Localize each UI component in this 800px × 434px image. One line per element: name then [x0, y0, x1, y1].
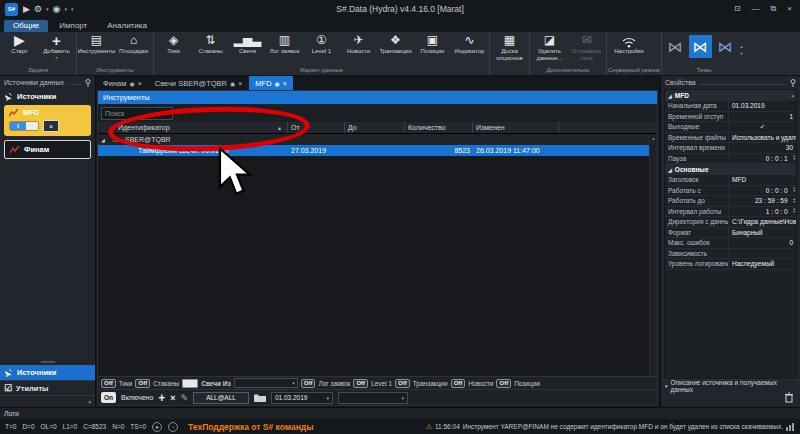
- remove-instrument-button[interactable]: ×: [170, 393, 175, 403]
- property-row[interactable]: Начальная дата 01.03.2019: [665, 101, 796, 112]
- sidebar-nav-sources[interactable]: Источники: [0, 365, 95, 380]
- info-icon[interactable]: ◔: [168, 422, 178, 432]
- property-row[interactable]: Директория с данными C:\Гидра данные\Нов…: [665, 217, 796, 228]
- property-row[interactable]: Выходные ✓: [665, 122, 796, 133]
- theme-scroll[interactable]: ▲ ▼: [738, 33, 746, 66]
- description-toggle[interactable]: ▾ Описание источника и получаемых данных: [661, 379, 800, 391]
- ribbon-tab-import[interactable]: Импорт: [50, 20, 96, 32]
- property-row[interactable]: Макс. ошибок 0: [665, 238, 796, 249]
- table-row-parent[interactable]: ◢ ⚠ SBER@TQBR: [98, 134, 657, 145]
- gear-icon[interactable]: ⚙: [34, 4, 42, 14]
- level1-button[interactable]: ① Level 1: [303, 33, 340, 66]
- close-button[interactable]: ×: [787, 4, 792, 14]
- send-logs-button[interactable]: ✉ Отправить логи: [568, 33, 605, 66]
- column-header-to[interactable]: До: [345, 122, 405, 133]
- tab-mfd[interactable]: MFD ◉ ×: [249, 76, 293, 90]
- property-row[interactable]: Формат Бинарный: [665, 228, 796, 239]
- app-caret-icon[interactable]: ▾: [64, 6, 67, 12]
- folder-icon[interactable]: [254, 393, 266, 402]
- instruments-button[interactable]: ▤ Инструменты: [78, 33, 115, 66]
- toolbar-caret-icon[interactable]: ▾: [71, 6, 74, 12]
- ticks-button[interactable]: ◈ Тики: [155, 33, 192, 66]
- add-instrument-button[interactable]: +: [158, 391, 165, 405]
- grid-scrollbar[interactable]: ▴: [649, 134, 657, 376]
- checkbox-checked-icon[interactable]: ✓: [729, 122, 796, 132]
- property-row[interactable]: Интервал времени 30: [665, 143, 796, 154]
- transactions-button[interactable]: ❖ Транзакции: [377, 33, 414, 66]
- theme-light-button[interactable]: ⋈: [714, 35, 737, 58]
- chat-icon[interactable]: ➤: [152, 422, 162, 432]
- news-button[interactable]: ✈ Новости: [340, 33, 377, 66]
- scroll-up-icon[interactable]: ▴: [791, 92, 794, 98]
- source-card-finam[interactable]: Финам: [4, 140, 91, 159]
- property-group-mfd[interactable]: ◢ MFD: [665, 90, 796, 101]
- mfd-toggle[interactable]: ‖: [9, 121, 39, 131]
- property-row[interactable]: Работать с 0 : 0 : 0 ▲▼: [665, 186, 796, 197]
- column-header-from[interactable]: От: [288, 122, 345, 133]
- spinner-control[interactable]: ▲▼: [793, 196, 796, 206]
- close-icon[interactable]: ×: [238, 80, 242, 87]
- empty-combo[interactable]: ▾: [338, 392, 408, 404]
- pin-window-button[interactable]: ⊡: [734, 4, 741, 14]
- tab-candles-sber[interactable]: Свечи SBER@TQBR ◉ ×: [149, 76, 249, 90]
- pin-icon[interactable]: [790, 79, 796, 87]
- play-icon[interactable]: ▶: [23, 4, 30, 14]
- property-row[interactable]: Работать до 23 : 59 : 59 ▲▼: [665, 196, 796, 207]
- transactions-filter-state[interactable]: Off: [395, 379, 410, 388]
- level1-filter-state[interactable]: Off: [353, 379, 368, 388]
- stats-icon[interactable]: [786, 422, 795, 431]
- theme-dark-button[interactable]: ⋈: [664, 35, 687, 58]
- close-icon[interactable]: ×: [283, 80, 287, 87]
- indicator-button[interactable]: ∿ Индикатор: [451, 33, 488, 66]
- options-board-button[interactable]: ▦ Доска опционов: [491, 33, 528, 66]
- pin-icon[interactable]: ◉: [275, 80, 280, 87]
- on-toggle[interactable]: On: [101, 392, 116, 403]
- table-row-selected[interactable]: Таймфрейм свечи: 00:01:00 27.03.2019 852…: [98, 145, 657, 156]
- gear-caret-icon[interactable]: ▾: [46, 6, 49, 12]
- orderlog-filter-state[interactable]: Off: [301, 379, 316, 388]
- depths-button[interactable]: ⇅ Стаканы: [192, 33, 229, 66]
- maximize-button[interactable]: ⧉: [771, 4, 777, 14]
- sidebar-nav-utilities[interactable]: ☑ Утилиты: [0, 380, 95, 395]
- close-icon[interactable]: ×: [138, 80, 142, 87]
- property-row[interactable]: Уровень логирования Наследуемый: [665, 259, 796, 270]
- tab-finam[interactable]: Финам ◉ ×: [97, 76, 148, 90]
- source-card-mfd[interactable]: MFD ‖ ×: [4, 105, 91, 136]
- start-button[interactable]: ▶ Старт: [1, 33, 38, 66]
- delete-data-button[interactable]: ◪ Удалить данные...: [531, 33, 568, 66]
- property-row[interactable]: Интервал работы 1 : 0 : 0 ▲▼: [665, 207, 796, 218]
- spinner-control[interactable]: ▲▼: [793, 154, 796, 164]
- sidebar-overflow-dropdown[interactable]: ▾: [0, 395, 95, 407]
- pin-icon[interactable]: ◉: [129, 80, 134, 87]
- candles-button[interactable]: ▂▅▃ Свечи: [229, 33, 266, 66]
- logs-panel-tab[interactable]: Логи: [0, 407, 800, 419]
- candles-source-combo[interactable]: ▾: [234, 378, 298, 388]
- positions-button[interactable]: ▣ Позиции: [414, 33, 451, 66]
- add-button[interactable]: + Добавить ▾: [38, 33, 75, 66]
- spinner-control[interactable]: ▲▼: [793, 207, 796, 217]
- property-row[interactable]: Временной отступ 1: [665, 112, 796, 123]
- sidebar-splitter[interactable]: [0, 358, 95, 365]
- search-input[interactable]: [101, 107, 173, 120]
- expander-icon[interactable]: ◢: [98, 137, 108, 143]
- depths-filter-state[interactable]: Off: [135, 379, 150, 388]
- column-header-count[interactable]: Количество: [405, 122, 473, 133]
- edit-icon[interactable]: ✎: [181, 393, 189, 403]
- property-row[interactable]: Пауза 0 : 0 : 1 ▲▼: [665, 154, 796, 165]
- support-link[interactable]: ТехПоддержка от S# команды: [188, 422, 313, 432]
- server-settings-button[interactable]: Настройки: [608, 33, 650, 66]
- order-log-button[interactable]: ▥ Лог заявок: [266, 33, 303, 66]
- app-menu-icon[interactable]: ◉: [53, 4, 61, 14]
- property-row[interactable]: Зависимость: [665, 249, 796, 260]
- all-at-all-button[interactable]: ALL@ALL: [193, 392, 249, 404]
- candles-filter-state[interactable]: [182, 379, 198, 388]
- trash-icon[interactable]: [784, 392, 794, 403]
- pin-icon[interactable]: [85, 79, 91, 87]
- news-filter-state[interactable]: Off: [451, 379, 466, 388]
- property-row[interactable]: Заголовок MFD: [665, 175, 796, 186]
- exchanges-button[interactable]: ⌂ Площадки: [115, 33, 152, 66]
- column-header-identifier[interactable]: Идентификатор ▲: [98, 122, 288, 133]
- ribbon-tab-analytics[interactable]: Аналитика: [98, 20, 156, 32]
- spinner-control[interactable]: ▲▼: [793, 186, 796, 196]
- ribbon-tab-general[interactable]: Общие: [4, 20, 48, 32]
